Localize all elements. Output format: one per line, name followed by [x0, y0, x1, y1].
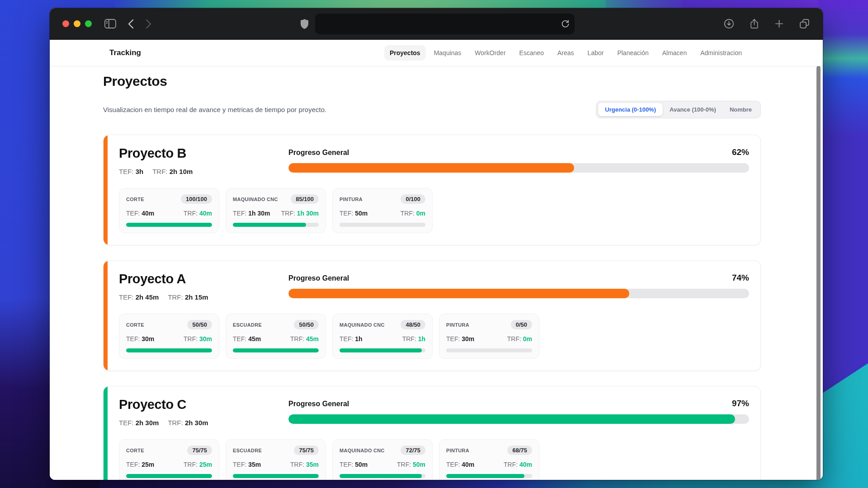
stage-name: PINTURA — [340, 197, 363, 202]
brand-logo: Tracking — [109, 48, 141, 57]
stage-times: TEF: 30m TRF: 0m — [446, 335, 532, 343]
nav-item-administracion[interactable]: Administracion — [695, 45, 747, 61]
stage-progress-bar — [340, 474, 425, 478]
page-subtitle: Visualizacion en tiempo real de avance y… — [103, 106, 326, 113]
stage-progress-fill — [233, 348, 319, 352]
address-bar-group — [151, 14, 723, 34]
subtitle-row: Visualizacion en tiempo real de avance y… — [103, 101, 761, 118]
app-header: Tracking ProyectosMaquinasWorkOrderEscan… — [50, 40, 823, 66]
project-times: TEF: 3hTRF: 2h 10m — [119, 168, 273, 175]
nav-item-areas[interactable]: Areas — [552, 45, 580, 61]
sort-option[interactable]: Nombre — [723, 103, 759, 116]
forward-icon[interactable] — [146, 19, 151, 29]
project-card-header: Proyecto C TEF: 2h 30mTRF: 2h 30m Progre… — [119, 397, 749, 427]
page-scrollbar[interactable] — [816, 66, 821, 480]
stage-name: CORTE — [126, 322, 144, 328]
browser-titlebar — [50, 8, 823, 40]
nav-item-planeación[interactable]: Planeación — [612, 45, 654, 61]
progress-percentage: 62% — [732, 147, 749, 157]
project-progress-fill — [288, 163, 574, 173]
page-title: Proyectos — [103, 74, 761, 89]
progress-title: Progreso General — [288, 149, 349, 157]
minimize-window-button[interactable] — [74, 20, 80, 27]
back-icon[interactable] — [128, 19, 134, 29]
project-name: Proyecto C — [119, 397, 273, 412]
stage-card: MAQUINADO CNC 85/100 TEF: 1h 30m TRF: 1h… — [226, 188, 326, 233]
stage-count-badge: 0/100 — [401, 194, 425, 204]
stage-count-badge: 75/75 — [187, 446, 212, 455]
stage-count-badge: 0/50 — [511, 320, 532, 329]
stage-count-badge: 50/50 — [294, 320, 319, 329]
sidebar-toggle-icon[interactable] — [104, 19, 116, 28]
progress-percentage: 97% — [732, 399, 749, 408]
zoom-window-button[interactable] — [85, 20, 92, 27]
nav-item-escaneo[interactable]: Escaneo — [514, 45, 549, 61]
project-times: TEF: 2h 30mTRF: 2h 30m — [119, 419, 273, 427]
sort-toggle-group: Urgencia (0-100%)Avance (100-0%)Nombre — [596, 101, 761, 118]
stage-times: TEF: 1h 30m TRF: 1h 30m — [233, 210, 319, 217]
nav-item-labor[interactable]: Labor — [582, 45, 609, 61]
stage-progress-fill — [340, 348, 422, 352]
stage-card: ESCUADRE 50/50 TEF: 45m TRF: 45m — [226, 314, 326, 359]
project-card-header: Proyecto B TEF: 3hTRF: 2h 10m Progreso G… — [119, 146, 749, 175]
sort-option[interactable]: Avance (100-0%) — [663, 103, 723, 116]
stage-progress-bar — [233, 474, 319, 478]
close-window-button[interactable] — [62, 20, 69, 27]
browser-window: Tracking ProyectosMaquinasWorkOrderEscan… — [50, 8, 823, 480]
stage-progress-fill — [340, 474, 422, 478]
share-icon[interactable] — [749, 18, 760, 29]
project-name: Proyecto B — [119, 146, 273, 161]
project-accent-stripe — [104, 261, 108, 371]
nav-item-maquinas[interactable]: Maquinas — [429, 45, 467, 61]
project-accent-stripe — [104, 386, 108, 480]
stage-name: MAQUINADO CNC — [340, 448, 385, 453]
tab-overview-icon[interactable] — [799, 18, 810, 29]
stage-name: ESCUADRE — [233, 322, 262, 328]
nav-item-workorder[interactable]: WorkOrder — [469, 45, 511, 61]
stage-count-badge: 100/100 — [181, 194, 212, 204]
reload-icon[interactable] — [561, 19, 570, 28]
stage-times: TEF: 50m TRF: 0m — [340, 210, 425, 217]
stage-progress-bar — [340, 223, 425, 227]
stage-list: CORTE 75/75 TEF: 25m TRF: 25m ESCUADRE 7… — [119, 439, 749, 480]
stage-list: CORTE 50/50 TEF: 30m TRF: 30m ESCUADRE 5… — [119, 314, 749, 359]
stage-name: MAQUINADO CNC — [340, 322, 385, 328]
nav-item-proyectos[interactable]: Proyectos — [384, 45, 426, 61]
address-bar[interactable] — [315, 14, 575, 34]
stage-count-badge: 48/50 — [401, 320, 425, 329]
project-progress-bar — [288, 414, 749, 424]
stage-progress-bar — [126, 223, 212, 227]
stage-count-badge: 85/100 — [291, 194, 319, 204]
project-card-header: Proyecto A TEF: 2h 45mTRF: 2h 15m Progre… — [119, 272, 749, 301]
page-content: Proyectos Visualizacion en tiempo real d… — [50, 66, 823, 480]
downloads-icon[interactable] — [723, 18, 735, 29]
stage-progress-fill — [126, 474, 212, 478]
sort-option[interactable]: Urgencia (0-100%) — [598, 103, 663, 116]
stage-times: TEF: 1h TRF: 1h — [340, 335, 425, 343]
window-controls — [62, 20, 92, 27]
stage-card: MAQUINADO CNC 72/75 TEF: 50m TRF: 50m — [332, 439, 433, 480]
stage-times: TEF: 50m TRF: 50m — [340, 461, 425, 468]
stage-progress-bar — [126, 474, 212, 478]
privacy-shield-icon[interactable] — [300, 19, 309, 29]
stage-progress-bar — [340, 348, 425, 352]
titlebar-right-icons — [723, 18, 810, 29]
stage-count-badge: 68/75 — [507, 446, 532, 455]
new-tab-icon[interactable] — [774, 19, 784, 29]
stage-card: CORTE 50/50 TEF: 30m TRF: 30m — [119, 314, 219, 359]
stage-name: PINTURA — [446, 322, 469, 328]
main-nav: ProyectosMaquinasWorkOrderEscaneoAreasLa… — [384, 45, 747, 61]
nav-item-almacen[interactable]: Almacen — [657, 45, 692, 61]
progress-title: Progreso General — [288, 400, 349, 408]
stage-times: TEF: 40m TRF: 40m — [446, 461, 532, 468]
project-progress-bar — [288, 163, 749, 173]
stage-count-badge: 50/50 — [187, 320, 212, 329]
stage-name: CORTE — [126, 448, 144, 453]
project-list: Proyecto B TEF: 3hTRF: 2h 10m Progreso G… — [103, 135, 761, 480]
stage-progress-fill — [233, 223, 306, 227]
stage-progress-bar — [446, 348, 532, 352]
stage-progress-fill — [446, 474, 524, 478]
stage-progress-fill — [233, 474, 319, 478]
stage-card: ESCUADRE 75/75 TEF: 35m TRF: 35m — [226, 439, 326, 480]
web-page: Tracking ProyectosMaquinasWorkOrderEscan… — [50, 40, 823, 480]
